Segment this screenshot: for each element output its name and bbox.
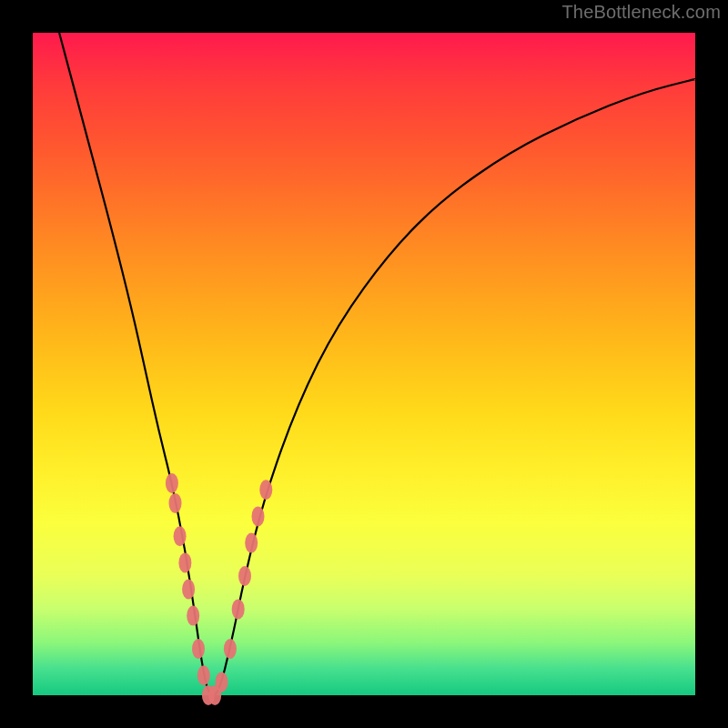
data-marker — [216, 672, 228, 692]
watermark-text: TheBottleneck.com — [561, 2, 721, 23]
data-marker — [245, 533, 258, 553]
data-marker — [197, 665, 210, 685]
data-marker — [182, 580, 195, 600]
data-marker — [169, 493, 182, 513]
data-marker — [252, 506, 265, 526]
data-marker — [232, 599, 245, 619]
data-marker — [192, 639, 205, 659]
chart-overlay — [33, 33, 695, 695]
data-marker — [187, 606, 199, 626]
data-marker — [238, 566, 251, 586]
data-marker — [178, 552, 191, 572]
chart-frame: TheBottleneck.com — [0, 0, 728, 728]
data-marker — [166, 473, 178, 493]
data-marker — [224, 639, 237, 659]
bottleneck-curve — [59, 33, 695, 695]
data-marker — [174, 526, 187, 546]
data-marker — [259, 480, 272, 500]
data-markers — [166, 473, 272, 705]
